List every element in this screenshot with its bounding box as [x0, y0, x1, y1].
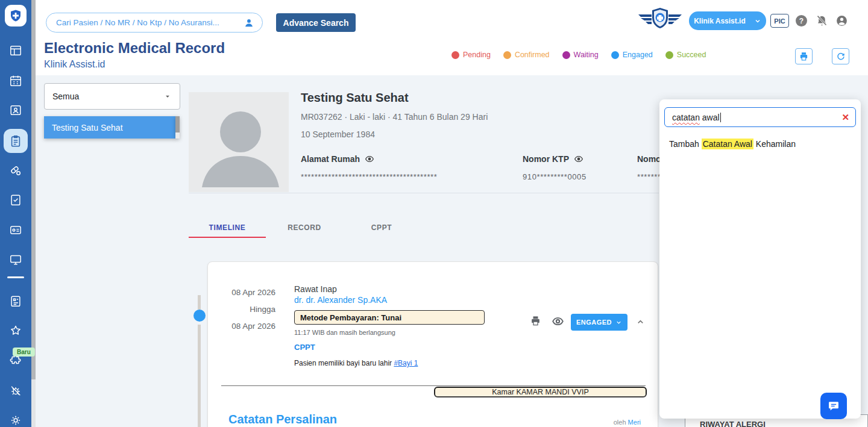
eye-icon[interactable]: [574, 154, 583, 164]
record-filter-select[interactable]: Semua: [44, 83, 180, 110]
date-range-word: Hingga: [218, 305, 275, 314]
page-subtitle: Klinik Assist.id: [44, 59, 105, 70]
sidebar-divider: [7, 276, 24, 278]
print-entry-button[interactable]: [530, 315, 541, 326]
field-value-alamat: ****************************************: [301, 172, 437, 181]
section-title-catatan-persalinan: Catatan Persalinan: [228, 413, 337, 426]
sidebar-scrollbar[interactable]: [31, 0, 36, 427]
eye-icon[interactable]: [365, 154, 374, 164]
baby-note: Pasien memiliki bayi baru lahir #Bayi 1: [294, 359, 418, 367]
divider: [189, 193, 659, 193]
action-search-input[interactable]: catatan awal ✕: [664, 107, 856, 127]
close-icon[interactable]: ✕: [841, 113, 849, 122]
tab-cppt[interactable]: CPPT: [343, 219, 420, 237]
status-button[interactable]: ENGAGED: [571, 314, 627, 331]
sidebar-item-settings[interactable]: [0, 408, 31, 427]
time-note: 11:17 WIB dan masih berlangsung: [294, 329, 395, 336]
text-caret: [720, 113, 721, 122]
sidebar: [0, 0, 31, 427]
chat-icon: [828, 400, 840, 412]
highlighted-match: Catatan Awal: [702, 139, 753, 149]
confirmed-dot-icon: [503, 51, 511, 59]
page-title: Electronic Medical Record: [44, 40, 225, 57]
tab-record[interactable]: RECORD: [266, 219, 343, 237]
patient-search: [46, 13, 263, 33]
account-icon[interactable]: [835, 14, 848, 27]
visit-type: Rawat Inap: [294, 284, 337, 294]
sidebar-item-pharmacy[interactable]: [0, 158, 31, 182]
status-legend: Pending Confirmed Waiting Engaged Succee…: [451, 51, 706, 59]
patient-avatar: [189, 92, 289, 192]
field-label-alamat: Alamat Rumah: [301, 154, 374, 164]
refresh-button[interactable]: [832, 48, 849, 64]
search-result-item[interactable]: Tambah Catatan Awal Kehamilan: [669, 139, 796, 149]
chevron-up-icon: [636, 317, 645, 326]
sidebar-item-favorites[interactable]: [0, 319, 31, 343]
room-box: Kamar KAMAR MANDI VVIP: [434, 387, 647, 397]
clinic-selector-button[interactable]: Klinik Assist.id: [689, 11, 766, 30]
field-label-ktp: Nomor KTP: [523, 154, 583, 164]
legend-pending: Pending: [451, 51, 491, 59]
header: Advance Search Klinik Assist.id PIC ?: [36, 0, 868, 75]
patient-name: Testing Satu Sehat: [301, 91, 409, 105]
divider: [221, 385, 646, 386]
chevron-down-icon: [615, 319, 622, 326]
patient-birthdate: 10 September 1984: [301, 129, 375, 139]
field-value-ktp: 910*********0005: [523, 172, 587, 181]
allergy-history-title: RIWAYAT ALERGI: [700, 420, 766, 427]
date-from: 08 Apr 2026: [218, 288, 275, 297]
author-link[interactable]: Meri: [628, 419, 641, 426]
sidebar-item-patients[interactable]: [0, 98, 31, 122]
payment-method-box: Metode Pembayaran: Tunai: [294, 310, 485, 325]
baby-link[interactable]: #Bayi 1: [394, 359, 418, 367]
patient-search-input[interactable]: [56, 18, 243, 27]
date-to: 08 Apr 2026: [218, 322, 275, 331]
eye-icon: [552, 315, 564, 328]
bell-off-icon[interactable]: [816, 14, 828, 27]
sidebar-item-calendar[interactable]: [0, 69, 31, 93]
tab-timeline[interactable]: TIMELINE: [189, 219, 266, 237]
chat-button[interactable]: [820, 393, 847, 419]
filter-option-item[interactable]: Testing Satu Sehat: [44, 116, 176, 139]
action-search-panel: catatan awal ✕ Tambah Catatan Awal Keham…: [659, 99, 861, 419]
option-list-scrollbar[interactable]: [175, 116, 180, 139]
sidebar-item-reports[interactable]: [0, 289, 31, 313]
engaged-dot-icon: [611, 51, 619, 59]
pic-button[interactable]: PIC: [770, 14, 789, 28]
patient-summary: MR037262 · Laki - laki · 41 Tahun 6 Bula…: [301, 112, 488, 122]
wings-logo-icon: [637, 5, 683, 35]
legend-engaged: Engaged: [611, 51, 653, 59]
new-feature-badge: Baru: [13, 348, 35, 357]
printer-icon: [799, 51, 809, 61]
doctor-link[interactable]: dr. dr. Alexander Sp.AKA: [294, 295, 387, 305]
print-button[interactable]: [795, 48, 813, 64]
timeline-dot: [193, 310, 206, 322]
collapse-entry-button[interactable]: [636, 317, 645, 326]
pending-dot-icon: [451, 51, 459, 59]
byline: oleh Meri: [614, 419, 641, 426]
refresh-icon: [836, 52, 846, 61]
app-window: Baru Advance Search Klinik Assist.id: [0, 0, 868, 427]
printer-icon: [530, 315, 541, 326]
active-tab-indicator: [189, 237, 266, 238]
legend-succeed: Succeed: [665, 51, 706, 59]
sidebar-item-medical-records-active[interactable]: [4, 129, 28, 153]
chevron-down-icon: [754, 17, 761, 25]
view-entry-button[interactable]: [552, 315, 564, 328]
help-icon[interactable]: ?: [796, 15, 807, 26]
advance-search-button[interactable]: Advance Search: [276, 13, 356, 32]
sidebar-item-monitor[interactable]: [0, 248, 31, 272]
sidebar-item-dashboard[interactable]: [0, 39, 31, 63]
option-list-scrollbar-thumb[interactable]: [175, 116, 180, 132]
succeed-dot-icon: [665, 51, 673, 59]
sidebar-item-tasks[interactable]: [0, 188, 31, 212]
app-logo-icon[interactable]: [5, 5, 27, 26]
person-icon: [243, 17, 255, 29]
sidebar-item-id-card[interactable]: [0, 218, 31, 242]
sidebar-scrollbar-thumb[interactable]: [31, 0, 36, 379]
legend-confirmed: Confirmed: [503, 51, 550, 59]
sidebar-item-diagnostics[interactable]: [0, 379, 31, 403]
timeline-rail: [198, 295, 201, 310]
cppt-heading: CPPT: [294, 343, 315, 352]
timeline-rail: [198, 325, 201, 427]
